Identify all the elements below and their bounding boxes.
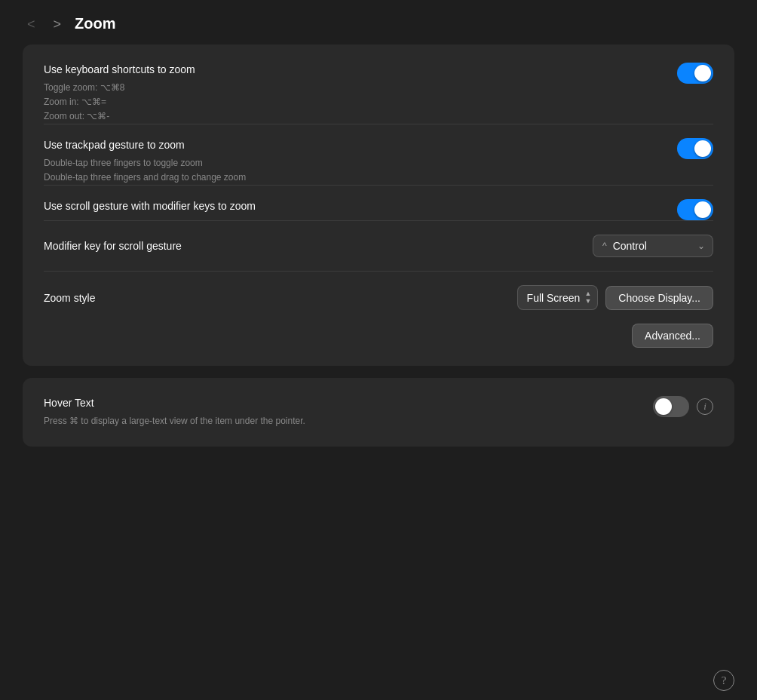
dropdown-chevron-icon: ⌄ xyxy=(697,241,705,251)
modifier-key-label: Modifier key for scroll gesture xyxy=(44,240,182,252)
advanced-btn-row: Advanced... xyxy=(44,324,713,348)
trackpad-gesture-toggle[interactable] xyxy=(677,138,713,159)
modifier-key-row: Modifier key for scroll gesture ^ Contro… xyxy=(44,235,713,257)
sublabel-line-3: Zoom out: ⌥⌘- xyxy=(44,109,665,124)
zoom-card: Use keyboard shortcuts to zoom Toggle zo… xyxy=(23,45,734,366)
modifier-key-dropdown[interactable]: ^ Control ⌄ xyxy=(593,235,713,257)
scroll-gesture-label-group: Use scroll gesture with modifier keys to… xyxy=(44,199,665,214)
trackpad-gesture-sublabel: Double-tap three fingers to toggle zoom … xyxy=(44,156,665,185)
info-icon[interactable]: i xyxy=(697,398,713,415)
page-title: Zoom xyxy=(75,15,115,32)
modifier-key-value: Control xyxy=(613,240,691,252)
footer: ? xyxy=(0,661,757,700)
main-content: Use keyboard shortcuts to zoom Toggle zo… xyxy=(0,45,757,661)
divider-3 xyxy=(44,220,713,221)
hover-text-card: Hover Text Press ⌘ to display a large-te… xyxy=(23,378,734,447)
keyboard-shortcuts-row: Use keyboard shortcuts to zoom Toggle zo… xyxy=(44,63,713,124)
back-button[interactable]: < xyxy=(23,16,40,32)
forward-button[interactable]: > xyxy=(49,16,66,32)
trackpad-sublabel-line-1: Double-tap three fingers to toggle zoom xyxy=(44,156,665,170)
choose-display-button[interactable]: Choose Display... xyxy=(605,286,713,310)
hover-text-label-group: Hover Text Press ⌘ to display a large-te… xyxy=(44,396,641,428)
help-button[interactable]: ? xyxy=(713,670,734,691)
scroll-gesture-label: Use scroll gesture with modifier keys to… xyxy=(44,199,665,214)
zoom-style-value: Full Screen xyxy=(527,292,581,304)
zoom-style-controls: Full Screen ▲ ▼ Choose Display... xyxy=(517,285,713,310)
zoom-style-select[interactable]: Full Screen ▲ ▼ xyxy=(517,285,599,310)
hover-text-row: Hover Text Press ⌘ to display a large-te… xyxy=(44,396,713,428)
keyboard-shortcuts-toggle[interactable] xyxy=(677,63,713,84)
keyboard-shortcuts-sublabel: Toggle zoom: ⌥⌘8 Zoom in: ⌥⌘= Zoom out: … xyxy=(44,81,665,124)
zoom-style-arrows-icon: ▲ ▼ xyxy=(584,290,591,305)
trackpad-gesture-label-group: Use trackpad gesture to zoom Double-tap … xyxy=(44,138,665,185)
divider-4 xyxy=(44,271,713,272)
advanced-button[interactable]: Advanced... xyxy=(632,324,713,348)
trackpad-gesture-row: Use trackpad gesture to zoom Double-tap … xyxy=(44,138,713,185)
control-icon: ^ xyxy=(602,241,607,251)
scroll-gesture-row: Use scroll gesture with modifier keys to… xyxy=(44,199,713,220)
trackpad-gesture-label: Use trackpad gesture to zoom xyxy=(44,138,665,153)
hover-text-label: Hover Text xyxy=(44,396,641,411)
sublabel-line-1: Toggle zoom: ⌥⌘8 xyxy=(44,81,665,95)
scroll-gesture-toggle[interactable] xyxy=(677,199,713,220)
hover-text-toggle-group: i xyxy=(653,396,713,417)
hover-text-sublabel: Press ⌘ to display a large-text view of … xyxy=(44,414,641,428)
divider-2 xyxy=(44,185,713,186)
sublabel-line-2: Zoom in: ⌥⌘= xyxy=(44,95,665,109)
trackpad-sublabel-line-2: Double-tap three fingers and drag to cha… xyxy=(44,170,665,185)
zoom-style-label: Zoom style xyxy=(44,292,95,304)
zoom-style-row: Zoom style Full Screen ▲ ▼ Choose Displa… xyxy=(44,285,713,310)
hover-text-toggle[interactable] xyxy=(653,396,689,417)
divider-1 xyxy=(44,124,713,124)
keyboard-shortcuts-label: Use keyboard shortcuts to zoom xyxy=(44,63,665,78)
header: < > Zoom xyxy=(0,0,757,45)
keyboard-shortcuts-label-group: Use keyboard shortcuts to zoom Toggle zo… xyxy=(44,63,665,124)
